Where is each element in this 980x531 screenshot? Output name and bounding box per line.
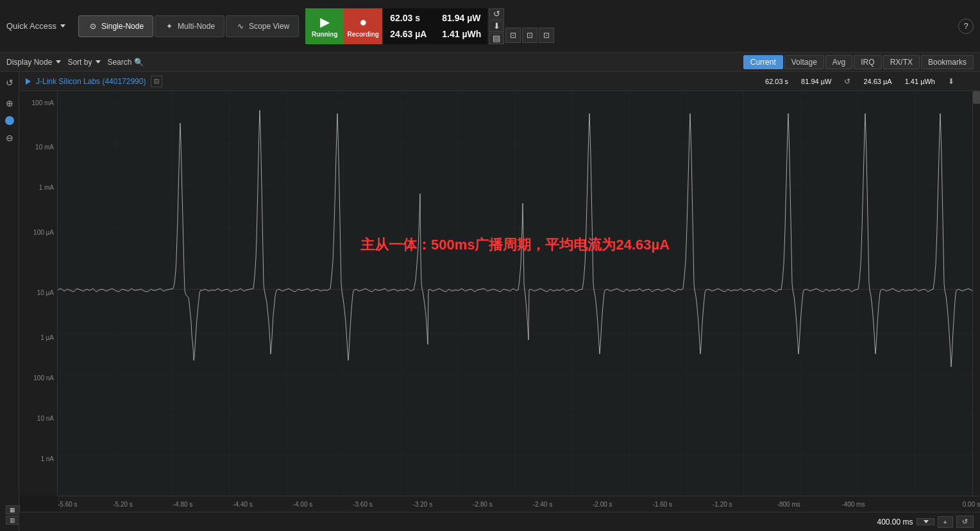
sub-toolbar: Display Node Sort by Search 🔍 Current Vo… [0,53,980,72]
scope-view-button[interactable]: ∿ Scope View [226,15,299,37]
quick-access-label: Quick Access [6,21,56,31]
bottom-icons-row: ⊡ ⊡ ⊡ [505,8,554,44]
zoom-reset-bottom-button[interactable]: ↺ [956,516,974,528]
stats-combined: 62.03 s 81.94 µW 24.63 µA 1.41 µWh ↺ ⬇ ▤… [384,8,554,44]
bottom-bar: 400.00 ms + ↺ [19,512,980,531]
chart-stat-current: 24.63 µA [863,78,891,85]
recording-label: Recording [348,31,379,38]
x-label-320: -3.20 s [413,501,433,508]
display-node-button[interactable]: Display Node [6,58,61,67]
x-label-120: -1.20 s [713,501,732,508]
chart-stat-energy: 1.41 µWh [905,78,935,85]
zoom-in-bottom-button[interactable]: + [938,516,953,528]
chart-area: J-Link Silicon Labs (440172990) ⊡ 62.03 … [19,72,980,531]
bottom-left-icon-1[interactable]: ▦ [6,505,20,514]
tab-bookmarks[interactable]: Bookmarks [921,55,974,69]
chart-header-stats: 62.03 s 81.94 µW ↺ 24.63 µA 1.41 µWh ⬇ [765,77,954,86]
save-button[interactable]: ▤ [489,33,504,44]
chart-stat-time: 62.03 s [765,78,788,85]
x-axis: -5.60 s -5.20 s -4.80 s -4.40 s -4.00 s … [58,496,980,512]
single-node-icon: ⊙ [88,21,98,31]
chart-download-icon[interactable]: ⬇ [948,77,954,86]
stat-time: 62.03 s [390,13,429,23]
tab-avg[interactable]: Avg [825,55,852,69]
recording-button[interactable]: ● Recording [344,8,382,44]
sort-by-chevron [96,60,101,63]
scrollbar-thumb[interactable] [973,91,980,104]
multi-node-icon: ✦ [164,21,174,31]
fit-button[interactable]: ⊡ [522,28,537,43]
tab-rxtx[interactable]: RX/TX [883,55,920,69]
y-label-1ma: 1 mA [39,184,54,191]
sort-by-button[interactable]: Sort by [67,58,101,67]
y-label-1ua: 1 µA [40,334,54,341]
tab-current[interactable]: Current [743,55,783,69]
scope-view-icon: ∿ [235,21,246,31]
single-node-button[interactable]: ⊙ Single-Node [78,15,153,37]
x-label-480: -4.80 s [173,501,193,508]
y-label-100ua: 100 µA [33,229,54,236]
y-label-100na: 100 nA [33,375,54,382]
undo-button[interactable]: ↺ [489,8,504,20]
x-label-560: -5.60 s [58,501,78,508]
tab-irq[interactable]: IRQ [854,55,881,69]
chart-undo-icon[interactable]: ↺ [844,77,850,86]
zoom-chevron-down-icon [924,520,929,523]
chevron-down-icon [60,24,65,28]
chart-svg [58,91,972,496]
left-panel: ↺ ⊕ ⊖ ▦ ▥ [0,72,19,531]
multi-node-button[interactable]: ✦ Multi-Node [155,15,224,37]
collapse-button[interactable]: ⊡ [539,28,554,43]
zoom-dropdown-button[interactable] [917,518,934,525]
display-node-label: Display Node [6,58,52,67]
x-label-0: 0.00 s [963,501,980,508]
y-label-1na: 1 nA [40,455,54,462]
top-toolbar: Quick Access ⊙ Single-Node ✦ Multi-Node … [0,0,980,53]
tab-voltage[interactable]: Voltage [784,55,824,69]
single-node-label: Single-Node [101,22,144,31]
x-label-280: -2.80 s [473,501,493,508]
zoom-dot [5,116,14,125]
right-scrollbar[interactable] [972,91,980,496]
bottom-left-icon-2[interactable]: ▥ [6,516,20,525]
record-icon: ● [359,15,367,30]
download-button[interactable]: ⬇ [489,21,504,32]
display-node-chevron [56,60,61,63]
device-name-label: J-Link Silicon Labs (440172990) [36,77,146,86]
stat-current: 24.63 µA [390,29,429,39]
x-label-400ms: -400 ms [841,501,865,508]
stat-energy: 1.41 µWh [442,29,481,39]
zoom-value: 400.00 ms [877,518,913,527]
sort-by-label: Sort by [67,58,92,67]
search-icon: 🔍 [134,58,144,67]
chart-header: J-Link Silicon Labs (440172990) ⊡ 62.03 … [19,72,980,91]
bottom-left-icons: ▦ ▥ [6,505,20,525]
x-label-160: -1.60 s [653,501,673,508]
running-label: Running [312,31,338,38]
search-button[interactable]: Search 🔍 [107,58,144,67]
y-label-10ma: 10 mA [35,144,54,151]
zoom-out-btn[interactable]: ⊖ [2,130,17,146]
y-label-10na: 10 nA [37,415,54,422]
chart-svg-container[interactable]: 主从一体：500ms广播周期，平均电流为24.63µA [58,91,972,496]
undo-icon-btn[interactable]: ↺ [2,75,17,90]
zoom-in-btn[interactable]: ⊕ [2,96,17,111]
device-triangle-icon [26,78,31,85]
zoom-reset-icon: ↺ [962,518,968,526]
x-label-800ms: -800 ms [777,501,800,508]
x-label-200: -2.00 s [593,501,612,508]
search-label: Search [107,58,131,67]
zoom-in-bottom-icon: + [943,518,947,526]
help-button[interactable]: ? [958,19,974,34]
scope-view-label: Scope View [249,22,289,31]
stats-grid: 62.03 s 81.94 µW 24.63 µA 1.41 µWh [384,8,487,44]
y-label-10ua: 10 µA [37,289,54,296]
x-label-440: -4.40 s [233,501,253,508]
running-button[interactable]: ▶ Running [305,8,344,44]
expand-chart-button[interactable]: ⊡ [505,28,521,43]
quick-access-button[interactable]: Quick Access [6,21,65,31]
tab-buttons: Current Voltage Avg IRQ RX/TX Bookmarks [743,55,974,69]
stat-power: 81.94 µW [442,13,481,23]
help-icon: ? [963,21,968,31]
device-settings-button[interactable]: ⊡ [151,76,162,87]
